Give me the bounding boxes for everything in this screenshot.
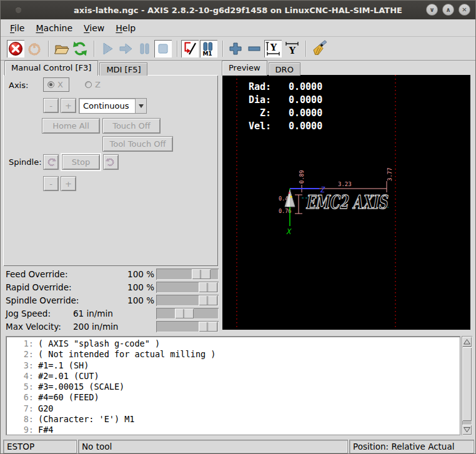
pause-button[interactable]	[136, 40, 153, 57]
jog-mode-value: Continuous	[79, 101, 135, 111]
menu-view[interactable]: View	[78, 21, 110, 36]
feed-override-thumb[interactable]	[192, 269, 211, 279]
scroll-up-button[interactable]	[462, 337, 472, 347]
status-machine-state: ESTOP	[3, 440, 77, 453]
spindle-minus-button[interactable]: -	[43, 176, 59, 191]
jog-speed-value: 61 in/min	[73, 308, 154, 318]
menu-file[interactable]: File	[4, 21, 30, 36]
gcode-line[interactable]: 1:( AXIS "splash g-code" )	[6, 338, 460, 349]
reload-button[interactable]	[71, 40, 89, 57]
stop-button[interactable]	[154, 40, 172, 57]
tab-mdi[interactable]: MDI [F5]	[99, 62, 147, 76]
gcode-line[interactable]: 9:F#4	[6, 425, 460, 435]
dro-row-vel: Vel:0.0000	[246, 120, 322, 133]
jog-mode-select[interactable]: Continuous	[79, 98, 147, 114]
preview-panel: Preview DRO 0.89 3.23 3.77 0.45 0.76	[221, 61, 474, 333]
max-velocity-slider[interactable]	[156, 321, 219, 332]
status-tool: No tool	[78, 440, 348, 453]
touch-off-button[interactable]: Touch Off	[102, 118, 161, 134]
menu-view-hotkey: V	[84, 23, 89, 33]
spindle-plus-button[interactable]: +	[61, 176, 76, 191]
zoom-out-button[interactable]	[245, 40, 263, 57]
axis-window: axis-lathe.ngc - AXIS 2.8.2-10-g6d29f145…	[0, 0, 476, 454]
jog-speed-slider[interactable]	[156, 308, 219, 319]
spindle-override-thumb[interactable]	[199, 295, 217, 305]
stop-icon	[154, 40, 172, 57]
spindle-override-value: 100 %	[73, 295, 154, 305]
preview-canvas[interactable]: 0.89 3.23 3.77 0.45 0.76 EMC2 AXIS Z X	[222, 75, 470, 330]
axis-radio-z[interactable]: Z	[85, 80, 101, 89]
gcode-line[interactable]: 7:G20	[6, 403, 460, 414]
optional-pause-icon: M1	[200, 40, 217, 57]
radio-x-label: X	[57, 80, 63, 89]
rapid-override-thumb[interactable]	[199, 282, 217, 292]
gcode-line-number: 2:	[6, 349, 34, 360]
dro-readout: Rad:0.0000 Dia:0.0000 Z:0.0000 Vel:0.000…	[246, 81, 322, 133]
jog-speed-thumb[interactable]	[175, 308, 194, 318]
jog-speed-label: Jog Speed:	[6, 308, 51, 318]
tool-touch-off-button[interactable]: Tool Touch Off	[102, 136, 173, 152]
titlebar[interactable]: axis-lathe.ngc - AXIS 2.8.2-10-g6d29f145…	[1, 1, 475, 19]
spindle-ccw-icon	[46, 157, 56, 167]
gcode-line-text: #3=.00015 (SCALE)	[38, 382, 124, 392]
window-menu-dot[interactable]	[16, 7, 21, 13]
run-button[interactable]	[98, 40, 116, 57]
x-axis-label: X	[286, 227, 292, 236]
spindle-override-label: Spindle Override:	[6, 295, 79, 305]
gcode-line[interactable]: 5:#3=.00015 (SCALE)	[6, 382, 460, 392]
spindle-override-slider[interactable]	[156, 295, 219, 306]
skip-lines-button[interactable]	[181, 40, 199, 57]
minimize-button[interactable]: ∨	[426, 4, 438, 16]
dro-label: Z:	[246, 107, 271, 120]
reload-icon	[71, 40, 89, 57]
step-button[interactable]	[117, 40, 134, 57]
feed-override-slider[interactable]	[156, 269, 219, 280]
tab-dro[interactable]: DRO	[269, 62, 300, 76]
estop-button[interactable]	[7, 40, 24, 57]
gcode-section: 1:( AXIS "splash g-code" ) 2:( Not inten…	[1, 333, 476, 438]
max-velocity-value: 200 in/min	[73, 322, 154, 332]
dimensions-toggle-button[interactable]: Y	[264, 40, 282, 57]
gcode-line[interactable]: 6:#4=60 (FEED)	[6, 392, 460, 403]
scrollbar-thumb[interactable]	[462, 347, 472, 421]
max-velocity-label: Max Velocity:	[6, 322, 61, 332]
rapid-override-slider[interactable]	[156, 282, 219, 293]
gcode-line-text: F#4	[38, 425, 53, 435]
gcode-line[interactable]: 3:#1=.1 (SH)	[6, 360, 460, 371]
gcode-line[interactable]: 4:#2=.01 (CUT)	[6, 371, 460, 382]
spindle-forward-button[interactable]	[103, 154, 119, 170]
menu-machine[interactable]: Machine	[30, 21, 78, 36]
max-velocity-thumb[interactable]	[199, 322, 217, 332]
toolbar-separator	[177, 41, 177, 57]
home-all-button[interactable]: Home All	[42, 118, 100, 134]
jog-minus-button[interactable]: -	[43, 98, 59, 113]
close-button[interactable]: ✕	[459, 4, 470, 16]
menu-file-hotkey: F	[10, 23, 14, 33]
spindle-stop-button[interactable]: Stop	[62, 154, 100, 170]
dim-label-mid: 3.23	[338, 181, 352, 187]
gcode-line[interactable]: 2:( Not intended for actual milling )	[6, 349, 460, 360]
z-axis-label: Z	[320, 185, 325, 194]
zoom-in-button[interactable]	[227, 40, 244, 57]
toolbar-separator	[305, 41, 306, 57]
gcode-line-number: 9:	[6, 425, 34, 435]
jog-plus-button[interactable]: +	[61, 98, 76, 113]
open-file-button[interactable]	[52, 40, 70, 57]
extents-toggle-button[interactable]: Y	[283, 40, 300, 57]
rapid-override-value: 100 %	[73, 282, 154, 292]
maximize-button[interactable]: ∧	[442, 4, 454, 16]
optional-pause-button[interactable]: M1	[200, 40, 217, 57]
gcode-line[interactable]: 8:(Character: 'E') M1	[6, 414, 460, 425]
clear-plot-button[interactable]	[310, 40, 327, 57]
tab-manual-control[interactable]: Manual Control [F3]	[4, 61, 98, 76]
tab-preview[interactable]: Preview	[222, 61, 267, 76]
menu-help[interactable]: Help	[110, 21, 141, 36]
toolbar-separator	[48, 41, 49, 57]
gcode-listing[interactable]: 1:( AXIS "splash g-code" ) 2:( Not inten…	[6, 336, 460, 435]
scroll-down-button[interactable]	[462, 425, 472, 435]
axis-radio-x[interactable]: X	[43, 77, 69, 92]
gcode-scrollbar[interactable]	[462, 336, 472, 435]
machine-power-button[interactable]	[26, 40, 43, 57]
spindle-reverse-button[interactable]	[43, 154, 59, 170]
dro-value: 0.0000	[289, 120, 322, 133]
